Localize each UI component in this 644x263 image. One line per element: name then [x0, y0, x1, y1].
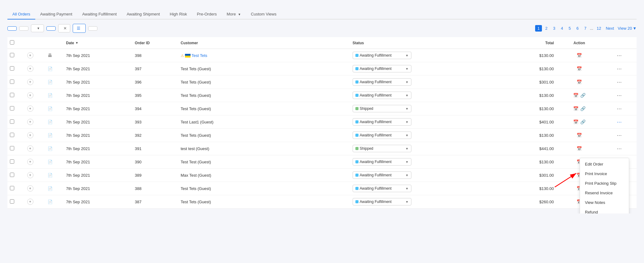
row-checkbox[interactable] — [10, 80, 14, 84]
expand-icon[interactable]: + — [27, 52, 33, 58]
status-dropdown[interactable]: Awaiting Fulfillment ▼ — [353, 185, 411, 192]
view-select[interactable]: View 20 ▼ — [618, 26, 637, 31]
tab-all-orders[interactable]: All Orders — [7, 9, 35, 19]
calendar-icon[interactable]: 📅 — [573, 93, 578, 98]
tab-awaiting-fulfillment[interactable]: Awaiting Fulfillment — [77, 9, 122, 19]
row-checkbox[interactable] — [10, 93, 14, 97]
menu-resend-invoice[interactable]: Resend Invoice — [580, 188, 629, 198]
order-total: $130.00 — [499, 62, 556, 75]
status-dropdown[interactable]: Awaiting Fulfillment ▼ — [353, 171, 411, 179]
choose-action-dropdown[interactable]: ▼ — [31, 24, 44, 32]
page-5[interactable]: 5 — [566, 25, 573, 32]
row-checkbox[interactable] — [10, 119, 14, 124]
expand-icon[interactable]: + — [27, 79, 33, 85]
expand-icon[interactable]: + — [27, 119, 33, 125]
order-total: $260.00 — [499, 195, 556, 209]
tab-custom-views[interactable]: Custom Views — [246, 9, 281, 19]
link-icon[interactable]: 🔗 — [580, 93, 586, 98]
header-total: Total — [499, 37, 556, 49]
row-checkbox[interactable] — [10, 199, 14, 204]
status-dropdown[interactable]: Awaiting Fulfillment ▼ — [353, 78, 411, 86]
page-next[interactable]: Next — [606, 26, 614, 31]
calendar-icon[interactable]: 📅 — [577, 53, 582, 58]
keyword-filter-close-icon[interactable]: ✕ — [63, 26, 67, 31]
export-all-button[interactable] — [19, 26, 28, 31]
status-dropdown[interactable]: Awaiting Fulfillment ▼ — [353, 118, 411, 126]
expand-icon[interactable]: + — [27, 132, 33, 138]
more-button[interactable]: ⋯ — [617, 133, 622, 138]
more-button[interactable]: ⋯ — [617, 53, 622, 58]
row-checkbox[interactable] — [10, 146, 14, 150]
more-button[interactable]: ⋯ — [617, 66, 622, 71]
status-dropdown[interactable]: Awaiting Fulfillment ▼ — [353, 158, 411, 166]
status-dropdown[interactable]: Awaiting Fulfillment ▼ — [353, 92, 411, 99]
more-button[interactable]: ⋯ — [617, 93, 622, 98]
calendar-icon[interactable]: 📅 — [577, 66, 582, 71]
table-row: +📄7th Sep 2021397Test Tets (Guest) Await… — [7, 62, 637, 75]
page-4[interactable]: 4 — [559, 25, 565, 32]
expand-icon[interactable]: + — [27, 159, 33, 165]
status-dropdown[interactable]: Awaiting Fulfillment ▼ — [353, 52, 411, 59]
keyword-filter-tag[interactable]: ✕ — [58, 24, 70, 32]
add-button[interactable] — [7, 26, 17, 31]
page-7[interactable]: 7 — [582, 25, 589, 32]
row-checkbox[interactable] — [10, 133, 14, 137]
tab-high-risk[interactable]: High Risk — [165, 9, 192, 19]
expand-icon[interactable]: + — [27, 145, 33, 152]
header-date[interactable]: Date ▼ — [64, 37, 132, 49]
menu-print-packing-slip[interactable]: Print Packing Slip — [580, 179, 629, 188]
calendar-icon[interactable]: 📅 — [577, 80, 582, 84]
status-dropdown[interactable]: Awaiting Fulfillment ▼ — [353, 132, 411, 139]
tab-more[interactable]: More ▼ — [222, 9, 246, 19]
tab-pre-orders[interactable]: Pre-Orders — [192, 9, 221, 19]
customer-link[interactable]: Test Tets — [191, 53, 207, 58]
status-chevron-icon: ▼ — [406, 200, 409, 204]
menu-print-invoice[interactable]: Print Invoice — [580, 169, 629, 179]
row-checkbox[interactable] — [10, 159, 14, 164]
filter-button[interactable]: ☰ — [73, 24, 86, 33]
more-button[interactable]: ⋯ — [617, 146, 622, 151]
status-label: Awaiting Fulfillment — [360, 67, 392, 71]
expand-icon[interactable]: + — [27, 172, 33, 178]
calendar-icon[interactable]: 📅 — [577, 146, 582, 151]
expand-icon[interactable]: + — [27, 66, 33, 72]
status-dropdown[interactable]: Awaiting Fulfillment ▼ — [353, 65, 411, 72]
page-2[interactable]: 2 — [543, 25, 550, 32]
select-all-checkbox[interactable] — [10, 40, 14, 45]
customer-cell: Max Test (Guest) — [178, 169, 350, 182]
order-date: 7th Sep 2021 — [64, 115, 132, 129]
confirm-button[interactable] — [46, 26, 56, 31]
status-dropdown[interactable]: Shipped ▼ — [353, 105, 411, 112]
search-button[interactable] — [88, 26, 97, 31]
status-dropdown[interactable]: Shipped ▼ — [353, 145, 411, 152]
row-checkbox[interactable] — [10, 66, 14, 71]
row-checkbox[interactable] — [10, 106, 14, 110]
expand-icon[interactable]: + — [27, 199, 33, 205]
more-button[interactable]: ⋯ — [617, 119, 622, 125]
more-button[interactable]: ⋯ — [617, 80, 622, 85]
menu-view-notes[interactable]: View Notes — [580, 198, 629, 207]
expand-icon[interactable]: + — [27, 185, 33, 192]
calendar-icon[interactable]: 📅 — [573, 106, 578, 111]
calendar-icon[interactable]: 📅 — [577, 133, 582, 138]
link-icon[interactable]: 🔗 — [580, 119, 586, 124]
customer-cell: Test Tets (Guest) — [178, 89, 350, 102]
row-checkbox[interactable] — [10, 173, 14, 177]
expand-icon[interactable]: + — [27, 106, 33, 112]
tab-awaiting-payment[interactable]: Awaiting Payment — [35, 9, 77, 19]
row-checkbox[interactable] — [10, 186, 14, 190]
tab-awaiting-shipment[interactable]: Awaiting Shipment — [122, 9, 165, 19]
status-dropdown[interactable]: Awaiting Fulfillment ▼ — [353, 198, 411, 205]
customer-name: Test Test (Guest) — [181, 160, 211, 164]
link-icon[interactable]: 🔗 — [580, 106, 586, 111]
page-6[interactable]: 6 — [574, 25, 581, 32]
page-3[interactable]: 3 — [551, 25, 557, 32]
more-button[interactable]: ⋯ — [617, 106, 622, 111]
expand-icon[interactable]: + — [27, 92, 33, 98]
calendar-icon[interactable]: 📅 — [573, 119, 578, 124]
page-12[interactable]: 12 — [595, 25, 603, 32]
menu-refund[interactable]: Refund — [580, 207, 629, 213]
page-1[interactable]: 1 — [535, 25, 542, 32]
menu-edit-order[interactable]: Edit Order — [580, 159, 629, 169]
row-checkbox[interactable] — [10, 53, 14, 57]
